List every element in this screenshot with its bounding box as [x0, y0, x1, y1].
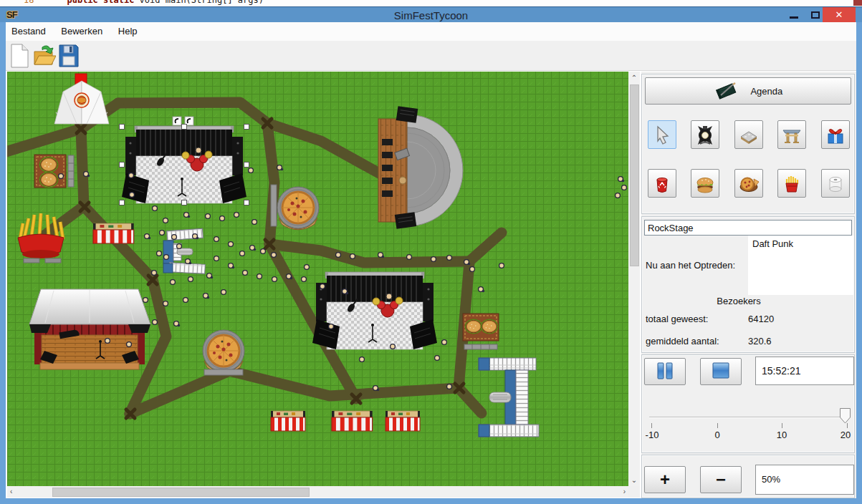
visitor-dot — [129, 173, 134, 178]
map-vertical-scrollbar[interactable]: ⌃ ⌄ — [628, 72, 640, 486]
pizza-icon — [738, 173, 760, 195]
scroll-left-icon[interactable]: ‹ — [10, 488, 12, 495]
tool-toilet-button[interactable] — [821, 169, 850, 198]
horizontal-scroll-thumb[interactable] — [52, 488, 310, 497]
tool-spotlight-button[interactable] — [691, 120, 719, 149]
menu-bestand[interactable]: Bestand — [6, 22, 52, 37]
new-file-button[interactable] — [9, 44, 34, 69]
slider-tick — [717, 423, 718, 428]
visitor-dot — [435, 356, 440, 361]
visitor-dot-shadow — [254, 248, 256, 251]
visitor-dot — [157, 251, 162, 256]
stop-button[interactable] — [700, 358, 742, 385]
festival-map: ⌃ ⌄ ‹ › — [7, 72, 640, 498]
visitor-dot — [206, 214, 211, 219]
visitor-dot — [240, 251, 245, 256]
map-canvas[interactable] — [7, 72, 628, 486]
visitor-dot — [249, 168, 254, 173]
slider-label-zero: 0 — [714, 430, 719, 440]
pause-button[interactable] — [644, 358, 686, 385]
tool-stage-button[interactable] — [777, 120, 806, 149]
slider-label-ten: 10 — [777, 430, 787, 440]
barn-stage[interactable] — [29, 289, 150, 369]
speed-slider-thumb[interactable] — [840, 408, 851, 426]
visitor-dot-shadow — [346, 292, 348, 294]
visitor-dot — [336, 253, 341, 258]
open-file-icon — [33, 44, 56, 68]
scroll-up-icon[interactable]: ⌃ — [628, 74, 640, 82]
visitor-dot-shadow — [87, 175, 90, 177]
burger-stand-left[interactable] — [34, 155, 74, 188]
toolbar — [6, 41, 856, 71]
market-stall[interactable] — [385, 411, 420, 431]
market-stall[interactable] — [93, 223, 134, 243]
market-stall[interactable] — [271, 411, 305, 431]
grass-field[interactable] — [7, 72, 628, 486]
zoom-level-display[interactable]: 50% — [755, 465, 854, 495]
zoom-panel: + − 50% — [641, 455, 855, 498]
visitor-dot — [183, 298, 188, 303]
visitor-dot — [172, 235, 177, 240]
visitor-dot-shadow — [207, 296, 209, 299]
sidebar: Agenda — [641, 72, 856, 498]
tool-burger-button[interactable] — [691, 169, 719, 198]
visitor-dot-shadow — [622, 180, 624, 182]
visitor-dot — [105, 339, 110, 344]
second-stage[interactable] — [312, 272, 437, 349]
cursor-icon — [651, 125, 673, 146]
zoom-in-button[interactable]: + — [644, 466, 686, 493]
visitor-dot — [272, 277, 277, 282]
info-panel: Daft Punk Nu aan het Optreden: Bezoekers… — [641, 216, 855, 353]
market-stall[interactable] — [332, 411, 373, 431]
tool-gift-button[interactable] — [821, 120, 850, 149]
speed-slider-track[interactable] — [649, 417, 848, 418]
menubar: Bestand Bewerken Help — [6, 22, 856, 41]
visitor-dot — [160, 231, 165, 236]
clock-display[interactable]: 15:52:21 — [755, 357, 854, 385]
visitor-dot — [431, 257, 436, 262]
visitor-dot — [163, 301, 168, 306]
visitor-dot — [143, 298, 148, 303]
visitor-dot — [360, 357, 365, 362]
tool-fries-button[interactable] — [777, 169, 806, 198]
tool-pizza-button[interactable] — [734, 169, 763, 198]
tool-road-button[interactable] — [734, 120, 763, 149]
open-file-button[interactable] — [33, 44, 57, 69]
visitor-dot-shadow — [281, 168, 283, 170]
rock-stage[interactable] — [122, 117, 246, 203]
visitor-dot — [59, 174, 64, 179]
map-horizontal-scrollbar[interactable]: ‹ › — [7, 486, 628, 498]
artist-name: Daft Punk — [752, 238, 793, 249]
slider-tick — [782, 423, 782, 428]
burger-stand-right[interactable] — [463, 314, 499, 349]
object-name-input[interactable] — [644, 220, 852, 236]
menu-help[interactable]: Help — [112, 22, 144, 37]
scroll-down-icon[interactable]: ⌄ — [628, 476, 640, 484]
menu-bewerken[interactable]: Bewerken — [54, 22, 109, 37]
visitor-dot — [164, 255, 169, 260]
minimize-button[interactable] — [785, 7, 803, 23]
pizza-table-bottom[interactable] — [203, 330, 244, 375]
visitor-dot — [153, 320, 158, 325]
zoom-out-button[interactable]: − — [700, 466, 742, 493]
agenda-book-icon — [714, 81, 738, 101]
visitor-dot — [171, 280, 176, 285]
visitor-dot-shadow — [468, 263, 470, 265]
close-button[interactable]: ✕ — [823, 7, 856, 23]
visitor-dot — [257, 274, 262, 279]
visitor-dot — [391, 344, 396, 349]
tool-trash-button[interactable] — [648, 169, 676, 198]
gift-icon — [825, 125, 846, 146]
agenda-label: Agenda — [750, 86, 782, 97]
save-file-button[interactable] — [58, 44, 82, 69]
visitor-dot — [188, 277, 193, 282]
background-window-sliver: 18public static void main(String[] args) — [0, 0, 862, 6]
visitor-dot — [407, 255, 412, 260]
vertical-scroll-thumb[interactable] — [630, 84, 639, 266]
visitor-dot — [130, 193, 135, 198]
visitor-dot — [261, 249, 266, 254]
tool-select-button[interactable] — [648, 120, 676, 149]
slider-tick — [651, 423, 652, 428]
scroll-right-icon[interactable]: › — [623, 488, 626, 495]
agenda-button[interactable]: Agenda — [645, 77, 851, 105]
